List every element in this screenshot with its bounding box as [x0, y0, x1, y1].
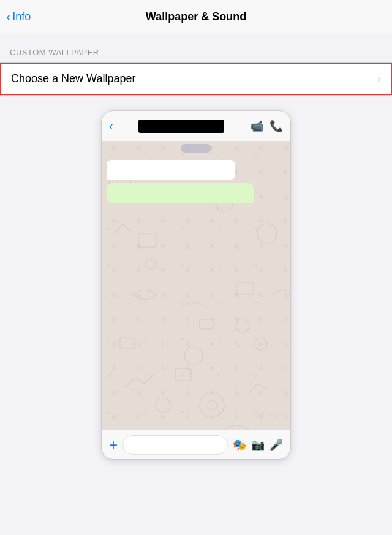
video-call-icon: 📹 [250, 120, 263, 133]
message-input-bar [123, 435, 228, 455]
phone-chat-footer: + 🎭 📷 🎤 [102, 430, 290, 459]
typing-indicator-area [102, 142, 290, 155]
choose-wallpaper-row[interactable]: Choose a New Wallpaper › [0, 63, 392, 95]
phone-back-icon: ‹ [109, 119, 113, 133]
back-chevron-icon: ‹ [6, 10, 10, 24]
contact-name-redacted [138, 120, 224, 133]
phone-chat-header: ‹ 📹 📞 [102, 111, 290, 142]
navigation-bar: ‹ Info Wallpaper & Sound [0, 0, 392, 34]
choose-wallpaper-label: Choose a New Wallpaper [11, 72, 135, 85]
back-button[interactable]: ‹ Info [6, 10, 31, 24]
footer-action-icons: 🎭 📷 🎤 [233, 438, 283, 452]
back-label: Info [12, 10, 31, 23]
microphone-icon: 🎤 [270, 438, 283, 452]
camera-icon: 📷 [251, 438, 265, 452]
attachment-plus-icon: + [109, 436, 118, 453]
sent-message [107, 183, 254, 203]
received-message [107, 160, 235, 180]
sticker-icon: 🎭 [233, 438, 246, 452]
row-chevron-icon: › [377, 72, 381, 85]
wallpaper-list-section: Choose a New Wallpaper › [0, 62, 392, 96]
phone-preview-mockup: ‹ 📹 📞 + 🎭 📷 🎤 [101, 110, 291, 460]
page-title: Wallpaper & Sound [146, 10, 246, 23]
chat-messages-area [102, 155, 290, 430]
typing-pill [181, 144, 211, 153]
wallpaper-preview-area: ‹ 📹 📞 + 🎭 📷 🎤 [0, 110, 392, 460]
section-header-custom-wallpaper: CUSTOM WALLPAPER [0, 34, 392, 62]
phone-action-icons: 📹 📞 [250, 120, 283, 133]
phone-call-icon: 📞 [270, 120, 283, 133]
